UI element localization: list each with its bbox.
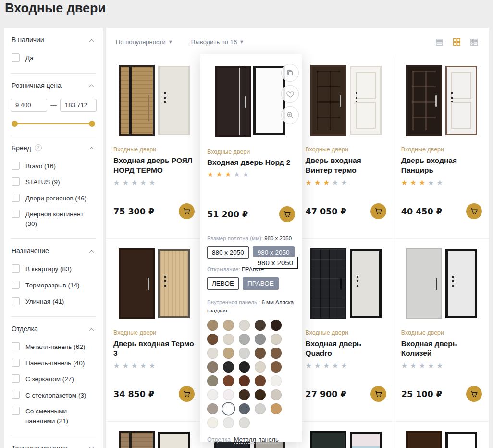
wishlist-icon[interactable] xyxy=(281,85,299,103)
panel-swatch[interactable] xyxy=(271,348,282,359)
filter-section-header[interactable]: Толщина металла xyxy=(11,436,96,448)
panel-swatch[interactable] xyxy=(239,334,250,345)
checkbox[interactable] xyxy=(12,194,20,202)
product-title[interactable]: Входная дверь Quadro xyxy=(306,339,386,358)
panel-swatch[interactable] xyxy=(207,361,218,373)
panel-swatch[interactable] xyxy=(271,361,282,373)
panel-swatch[interactable] xyxy=(239,320,250,331)
panel-swatch[interactable] xyxy=(207,403,218,414)
panel-swatch[interactable] xyxy=(255,361,266,373)
panel-swatch[interactable] xyxy=(255,403,266,414)
filter-option[interactable]: Со сменными панелями (21) xyxy=(11,403,96,429)
filter-option[interactable]: STATUS (9) xyxy=(11,174,96,190)
filter-option[interactable]: Металл-панель (62) xyxy=(11,339,96,355)
panel-swatch[interactable] xyxy=(255,320,266,331)
filter-option[interactable]: Да xyxy=(11,50,96,66)
checkbox[interactable] xyxy=(12,177,20,186)
view-list-button[interactable] xyxy=(435,37,444,47)
filter-section-header[interactable]: Розничная цена xyxy=(11,74,96,96)
price-max-input[interactable] xyxy=(60,99,97,112)
filter-option[interactable]: Панель-панель (40) xyxy=(11,355,96,372)
checkbox[interactable] xyxy=(12,359,20,367)
add-to-cart-button[interactable] xyxy=(466,386,482,402)
panel-swatch[interactable] xyxy=(223,320,234,331)
filter-section-header[interactable]: Назначение xyxy=(11,239,96,261)
compare-icon[interactable] xyxy=(281,64,299,82)
product-category[interactable]: Входные двери xyxy=(113,146,195,153)
panel-swatch[interactable] xyxy=(239,375,250,386)
product-card[interactable] xyxy=(298,422,394,448)
product-title[interactable]: Входная дверь Норд 2 xyxy=(207,158,295,167)
product-title[interactable]: Входная дверь Колизей xyxy=(401,339,482,358)
slider-handle-min[interactable] xyxy=(12,121,18,127)
panel-swatch[interactable] xyxy=(207,348,218,359)
panel-swatch[interactable] xyxy=(223,389,234,400)
product-category[interactable]: Входные двери xyxy=(401,146,482,153)
filter-option[interactable]: Терморазрыв (14) xyxy=(11,277,96,294)
checkbox[interactable] xyxy=(12,374,20,383)
panel-swatch[interactable] xyxy=(223,417,234,428)
add-to-cart-button[interactable] xyxy=(370,203,386,219)
help-icon[interactable]: ? xyxy=(35,144,42,151)
product-image[interactable] xyxy=(306,430,386,448)
product-image[interactable] xyxy=(401,247,482,320)
checkbox[interactable] xyxy=(12,281,20,289)
panel-swatch[interactable] xyxy=(239,361,250,373)
panel-swatch[interactable] xyxy=(223,348,234,359)
product-category[interactable]: Входные двери xyxy=(306,329,386,336)
filter-option[interactable]: С зеркалом (27) xyxy=(11,371,96,387)
checkbox[interactable] xyxy=(12,297,20,305)
panel-swatch[interactable] xyxy=(255,375,266,386)
panel-swatch[interactable] xyxy=(271,320,282,331)
add-to-cart-button[interactable] xyxy=(179,203,195,219)
zoom-icon[interactable] xyxy=(281,106,299,124)
opening-option-button[interactable]: ЛЕВОЕ xyxy=(207,277,239,290)
product-image[interactable] xyxy=(113,247,195,320)
checkbox[interactable] xyxy=(12,162,20,170)
product-card[interactable]: Входные двери Дверь входная Винтер термо… xyxy=(298,56,394,238)
panel-swatch[interactable] xyxy=(223,375,234,386)
panel-swatch[interactable] xyxy=(207,334,218,345)
finish-value[interactable]: Металл-панель xyxy=(234,436,279,444)
filter-option[interactable]: С стеклопакетом (3) xyxy=(11,387,96,404)
panel-swatch[interactable] xyxy=(223,403,234,414)
panel-swatch[interactable] xyxy=(255,389,266,400)
product-image[interactable] xyxy=(401,64,482,137)
checkbox[interactable] xyxy=(12,391,20,399)
checkbox[interactable] xyxy=(12,264,20,273)
panel-swatch[interactable] xyxy=(271,389,282,400)
product-title[interactable]: Дверь входная Винтер термо xyxy=(306,156,386,175)
slider-handle-max[interactable] xyxy=(89,121,95,127)
price-min-input[interactable] xyxy=(11,99,47,112)
panel-swatch[interactable] xyxy=(255,334,266,345)
product-image[interactable] xyxy=(113,430,195,448)
product-card[interactable]: Входные двери Входная дверь Колизей ★★★★… xyxy=(394,239,489,421)
panel-swatch[interactable] xyxy=(223,334,234,345)
view-grid-button[interactable] xyxy=(452,37,461,47)
product-card[interactable]: Входные двери Дверь входная Термо 3 ★★★★… xyxy=(106,239,202,421)
panel-swatch[interactable] xyxy=(207,389,218,400)
panel-swatch[interactable] xyxy=(207,417,218,428)
panel-swatch[interactable] xyxy=(207,320,218,331)
size-option-button[interactable]: 880 x 2050 xyxy=(207,246,249,259)
view-table-button[interactable] xyxy=(469,37,479,47)
product-card-expanded[interactable]: Входные двери Входная дверь Норд 2 ★★★★★… xyxy=(200,54,302,442)
product-category[interactable]: Входные двери xyxy=(306,146,386,153)
product-category[interactable]: Входные двери xyxy=(401,329,482,336)
add-to-cart-button[interactable] xyxy=(279,206,295,222)
panel-swatch[interactable] xyxy=(271,403,282,414)
filter-option[interactable]: Дверной континент (30) xyxy=(11,206,96,232)
price-range-slider[interactable] xyxy=(12,121,95,127)
checkbox[interactable] xyxy=(12,210,20,218)
filter-option[interactable]: Уличная (41) xyxy=(11,294,96,310)
product-title[interactable]: Дверь входная Термо 3 xyxy=(113,339,195,358)
panel-swatch[interactable] xyxy=(239,389,250,400)
product-card[interactable]: Входные двери Входная дверь РОЯЛ НОРД ТЕ… xyxy=(106,56,202,238)
panel-swatch[interactable] xyxy=(271,334,282,345)
product-category[interactable]: Входные двери xyxy=(113,329,195,336)
product-card[interactable] xyxy=(106,422,202,448)
filter-section-header[interactable]: Отделка xyxy=(11,317,96,339)
opening-option-button[interactable]: ПРАВОЕ xyxy=(243,277,279,290)
product-card[interactable] xyxy=(394,422,489,448)
product-card[interactable]: Входные двери Входная дверь Quadro ★★★★★… xyxy=(298,239,394,421)
